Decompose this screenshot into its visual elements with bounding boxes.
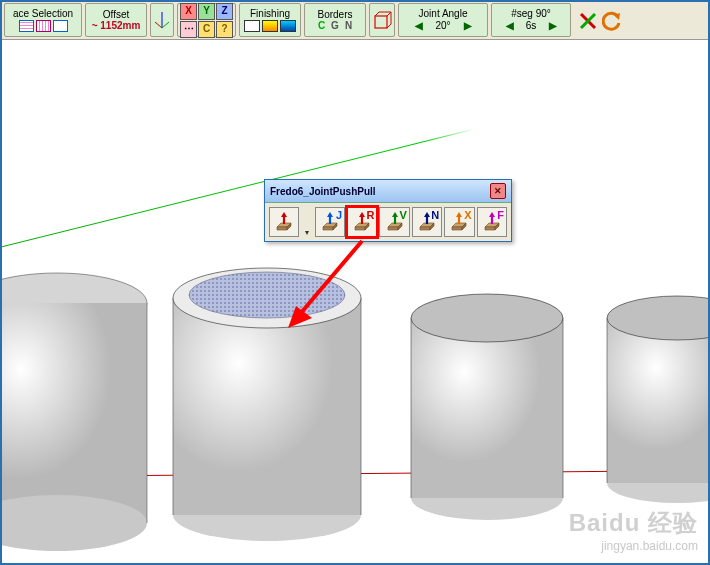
palette-button-F[interactable]: F xyxy=(477,207,507,237)
offset-group[interactable]: Offset ~ 1152mm xyxy=(85,3,147,37)
viewport[interactable]: Fredo6_JointPushPull ✕ ▾JRVNXF Baidu 经验 … xyxy=(2,41,708,563)
seg-value: 6s xyxy=(517,21,545,31)
watermark: Baidu 经验 jingyan.baidu.com xyxy=(569,507,698,553)
finishing-label: Finishing xyxy=(250,9,290,19)
svg-marker-46 xyxy=(392,212,398,217)
joint-angle-value: 20° xyxy=(426,21,460,31)
svg-marker-56 xyxy=(456,212,462,217)
finishing-opt-2[interactable] xyxy=(262,20,278,32)
palette-body: ▾JRVNXF xyxy=(265,203,511,241)
seg-increase[interactable]: ▶ xyxy=(547,20,558,31)
borders-label: Borders xyxy=(317,10,352,20)
axis-origin-icon xyxy=(153,8,171,32)
seg-label: #seg 90° xyxy=(511,9,551,19)
finishing-opt-3[interactable] xyxy=(280,20,296,32)
svg-marker-43 xyxy=(388,227,398,230)
cylinder-3 xyxy=(407,283,567,523)
palette-button-plain[interactable] xyxy=(269,207,299,237)
palette-titlebar[interactable]: Fredo6_JointPushPull ✕ xyxy=(265,180,511,203)
svg-line-2 xyxy=(162,22,169,28)
cancel-icon[interactable] xyxy=(578,11,598,31)
jointpushpull-palette[interactable]: Fredo6_JointPushPull ✕ ▾JRVNXF xyxy=(264,179,512,242)
cube-icon xyxy=(372,10,392,30)
axis-z[interactable]: Z xyxy=(216,3,233,20)
swatch-3[interactable] xyxy=(53,20,68,32)
joint-angle-group[interactable]: Joint Angle ◀ 20° ▶ xyxy=(398,3,488,37)
borders-g[interactable]: G xyxy=(331,21,339,31)
cylinder-4 xyxy=(602,288,708,508)
palette-button-V[interactable]: V xyxy=(379,207,409,237)
svg-rect-22 xyxy=(411,318,563,498)
axes-group: X Y Z ⋯ C ? xyxy=(177,3,236,37)
borders-c[interactable]: C xyxy=(318,21,325,31)
face-selection-group[interactable]: ace Selection xyxy=(4,3,82,37)
svg-marker-53 xyxy=(452,227,462,230)
palette-title-text: Fredo6_JointPushPull xyxy=(270,186,376,197)
main-toolbar: ace Selection Offset ~ 1152mm X Y Z ⋯ C xyxy=(2,2,708,40)
svg-marker-48 xyxy=(420,227,430,230)
undo-icon[interactable] xyxy=(602,11,622,31)
axis-c[interactable]: C xyxy=(198,21,215,38)
axis-q[interactable]: ? xyxy=(216,21,233,38)
svg-line-1 xyxy=(155,22,162,28)
svg-rect-3 xyxy=(375,16,387,28)
svg-marker-58 xyxy=(485,227,495,230)
palette-dropdown[interactable]: ▾ xyxy=(301,207,312,237)
palette-close-button[interactable]: ✕ xyxy=(490,183,506,199)
svg-rect-25 xyxy=(607,318,708,483)
watermark-brand: Baidu 经验 xyxy=(569,507,698,539)
axis-x[interactable]: X xyxy=(180,3,197,20)
palette-button-R[interactable]: R xyxy=(347,207,377,237)
cube-toggle[interactable] xyxy=(369,3,395,37)
svg-line-5 xyxy=(387,12,391,16)
watermark-url: jingyan.baidu.com xyxy=(569,539,698,553)
angle-decrease[interactable]: ◀ xyxy=(413,20,424,31)
svg-rect-13 xyxy=(2,303,147,523)
borders-group[interactable]: Borders C G N xyxy=(304,3,366,37)
cylinder-2-selected xyxy=(167,253,367,543)
borders-n[interactable]: N xyxy=(345,21,352,31)
face-selection-swatches xyxy=(19,20,68,32)
svg-marker-28 xyxy=(277,227,287,230)
swatch-1[interactable] xyxy=(19,20,34,32)
cylinder-1 xyxy=(2,263,152,553)
svg-marker-31 xyxy=(281,212,287,217)
svg-marker-61 xyxy=(489,212,495,217)
finishing-group[interactable]: Finishing xyxy=(239,3,301,37)
svg-marker-33 xyxy=(323,227,333,230)
svg-marker-36 xyxy=(327,212,333,217)
svg-line-4 xyxy=(375,12,379,16)
seg-group[interactable]: #seg 90° ◀ 6s ▶ xyxy=(491,3,571,37)
palette-button-N[interactable]: N xyxy=(412,207,442,237)
seg-decrease[interactable]: ◀ xyxy=(504,20,515,31)
joint-angle-label: Joint Angle xyxy=(419,9,468,19)
axis-dots[interactable]: ⋯ xyxy=(180,21,197,38)
offset-value: ~ 1152mm xyxy=(92,21,141,31)
face-selection-label: ace Selection xyxy=(13,9,73,19)
svg-point-23 xyxy=(411,294,563,342)
svg-point-20 xyxy=(189,272,345,318)
offset-label: Offset xyxy=(103,10,130,20)
svg-line-6 xyxy=(387,24,391,28)
axis-pick-icon[interactable] xyxy=(150,3,174,37)
svg-marker-38 xyxy=(355,227,365,230)
axis-y[interactable]: Y xyxy=(198,3,215,20)
swatch-2[interactable] xyxy=(36,20,51,32)
svg-rect-18 xyxy=(173,298,361,515)
svg-marker-51 xyxy=(424,212,430,217)
svg-marker-41 xyxy=(359,212,365,217)
palette-button-J[interactable]: J xyxy=(315,207,345,237)
end-icons xyxy=(574,3,626,38)
angle-increase[interactable]: ▶ xyxy=(462,20,473,31)
palette-button-X[interactable]: X xyxy=(444,207,474,237)
finishing-opt-1[interactable] xyxy=(244,20,260,32)
